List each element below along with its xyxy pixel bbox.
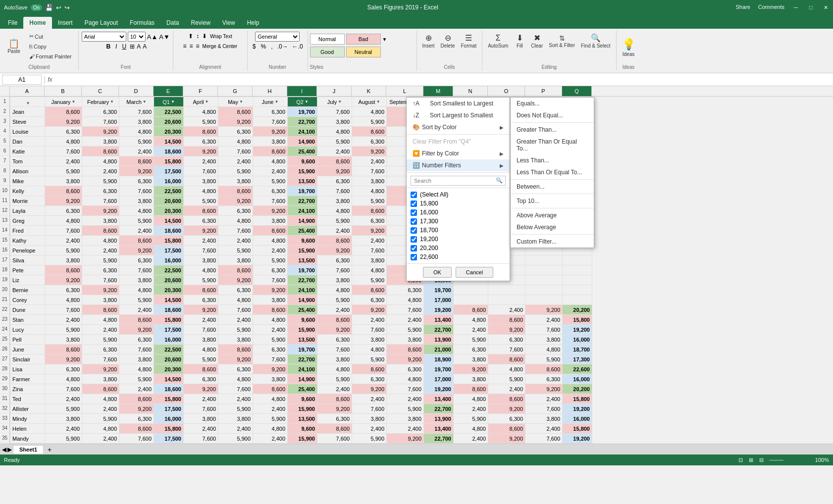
cell-value[interactable]: 20,600 — [154, 196, 184, 206]
sort-by-color-item[interactable]: 🎨 Sort by Color ▶ — [407, 121, 510, 133]
cell-name[interactable]: Jean — [10, 107, 45, 117]
cell-value[interactable]: 7,600 — [317, 186, 352, 196]
tab-insert[interactable]: Insert — [52, 17, 79, 29]
cell-value[interactable]: 8,600 — [525, 364, 563, 374]
cell-value[interactable]: 3,800 — [45, 414, 82, 424]
cell-value[interactable]: 13,500 — [288, 414, 317, 424]
cell-name[interactable]: Allister — [10, 404, 45, 414]
cell-value[interactable]: 20,200 — [563, 384, 592, 394]
sort-filter-button[interactable]: ⇅ Sort & Filter — [546, 33, 577, 50]
cell-value[interactable]: 17,000 — [424, 374, 454, 384]
col-header-c[interactable]: C — [82, 86, 119, 96]
row-num[interactable]: 18 — [0, 265, 9, 275]
zoom-slider[interactable]: ──── — [770, 457, 809, 463]
sort-largest-item[interactable]: ↓Z Sort Largest to Smallest — [407, 109, 510, 121]
number-filters-item[interactable]: 🔢 Number Filters ▶ — [407, 159, 510, 171]
cell-value[interactable]: 5,900 — [119, 137, 154, 147]
cell-value[interactable]: 17,500 — [154, 404, 184, 414]
cell-value[interactable]: 3,800 — [387, 414, 424, 424]
filter-item-18700[interactable]: 18,700 — [411, 226, 506, 235]
cell-value[interactable]: 15,800 — [154, 394, 184, 404]
filter-search-input[interactable] — [411, 176, 506, 186]
cell-value[interactable]: 15,900 — [288, 166, 317, 176]
cell-value[interactable]: 3,800 — [119, 354, 154, 364]
cell-value[interactable]: 4,800 — [352, 107, 387, 117]
cell-value[interactable]: 14,500 — [154, 137, 184, 147]
cell-value[interactable]: 2,400 — [253, 246, 288, 255]
row-num[interactable]: 4 — [0, 126, 9, 136]
row-num[interactable]: 8 — [0, 166, 9, 176]
cell-value[interactable]: 14,500 — [154, 216, 184, 226]
cell-value[interactable]: 22,500 — [154, 265, 184, 275]
cell-value[interactable]: 7,600 — [119, 265, 154, 275]
increase-font-button[interactable]: A▲ — [147, 33, 158, 41]
cell-value[interactable]: 5,900 — [253, 176, 288, 186]
cell-value[interactable]: 7,600 — [184, 404, 218, 414]
cell-value[interactable]: 8,600 — [218, 345, 253, 354]
cell-value[interactable]: 15,800 — [563, 424, 592, 434]
cell-value[interactable]: 4,800 — [488, 364, 525, 374]
delete-button[interactable]: ⊖ Delete — [438, 32, 458, 50]
cell-value[interactable]: 8,600 — [352, 364, 387, 374]
col-header-d[interactable]: D — [119, 86, 154, 96]
cell-value[interactable]: 5,900 — [253, 255, 288, 265]
cell-value[interactable]: 22,700 — [424, 325, 454, 335]
filter-item-17300[interactable]: 17,300 — [411, 217, 506, 226]
cell-value[interactable]: 7,600 — [317, 345, 352, 354]
col-header-q[interactable]: Q — [562, 86, 592, 96]
row-num[interactable]: 23 — [0, 314, 9, 324]
cell-value[interactable]: 5,900 — [387, 325, 424, 335]
cell-value[interactable]: 8,600 — [352, 285, 387, 295]
cell-value[interactable]: 18,600 — [154, 384, 184, 394]
tab-page-layout[interactable]: Page Layout — [79, 17, 124, 29]
cell-value[interactable]: 6,300 — [488, 414, 525, 424]
cell-value[interactable]: 6,300 — [218, 127, 253, 137]
check-22600[interactable] — [411, 254, 417, 260]
cell-value[interactable]: 22,700 — [424, 434, 454, 444]
cell-value[interactable]: 7,600 — [119, 345, 154, 354]
cell-value[interactable]: 3,800 — [454, 374, 488, 384]
col-header-n[interactable]: N — [453, 86, 488, 96]
cell-value[interactable]: 20,300 — [154, 364, 184, 374]
format-painter-button[interactable]: 🖌 Format Painter — [26, 52, 75, 61]
cell-value[interactable]: 3,800 — [387, 335, 424, 345]
cell-value[interactable]: 9,200 — [82, 206, 119, 216]
cell-value[interactable]: 9,200 — [119, 404, 154, 414]
cell-value[interactable]: 13,500 — [288, 335, 317, 345]
cell-value[interactable]: 4,800 — [119, 364, 154, 374]
cell-value[interactable]: 5,900 — [352, 275, 387, 285]
filter-item-20200[interactable]: 20,200 — [411, 244, 506, 252]
cell-name[interactable]: Mandy — [10, 434, 45, 444]
cell-value[interactable]: 19,700 — [424, 364, 454, 374]
cell-value[interactable]: 6,300 — [317, 335, 352, 345]
cell-value[interactable]: 4,800 — [82, 394, 119, 404]
col-header-h[interactable]: H — [253, 86, 287, 96]
cell-value[interactable]: 8,600 — [253, 147, 288, 156]
cell-value[interactable]: 8,600 — [82, 384, 119, 394]
row-num[interactable]: 34 — [0, 423, 9, 433]
cell-value[interactable]: 8,600 — [82, 226, 119, 236]
cell-value[interactable]: 6,300 — [317, 414, 352, 424]
cell-value[interactable]: 4,800 — [82, 424, 119, 434]
cell-value[interactable]: 2,400 — [488, 305, 525, 315]
cell-value[interactable]: 7,600 — [82, 196, 119, 206]
cell-value[interactable]: 5,900 — [253, 414, 288, 424]
cell-value[interactable]: 6,300 — [352, 216, 387, 226]
cell-value[interactable] — [563, 275, 592, 285]
cell-value[interactable]: 22,700 — [288, 196, 317, 206]
cell-value[interactable]: 17,500 — [154, 246, 184, 255]
cell-name[interactable]: Louise — [10, 127, 45, 137]
cell-value[interactable]: 4,800 — [454, 424, 488, 434]
header-name[interactable]: ▼ — [10, 97, 45, 107]
cell-value[interactable]: 24,100 — [288, 364, 317, 374]
cell-value[interactable]: 8,600 — [317, 394, 352, 404]
cell-value[interactable]: 9,200 — [45, 354, 82, 364]
col-header-b[interactable]: B — [45, 86, 82, 96]
cell-value[interactable]: 8,600 — [45, 186, 82, 196]
cell-value[interactable]: 20,600 — [154, 354, 184, 364]
cell-value[interactable]: 8,600 — [82, 305, 119, 315]
cell-value[interactable]: 2,400 — [352, 236, 387, 246]
cell-value[interactable] — [563, 295, 592, 305]
row-num[interactable]: 13 — [0, 215, 9, 225]
cell-value[interactable]: 15,800 — [154, 424, 184, 434]
